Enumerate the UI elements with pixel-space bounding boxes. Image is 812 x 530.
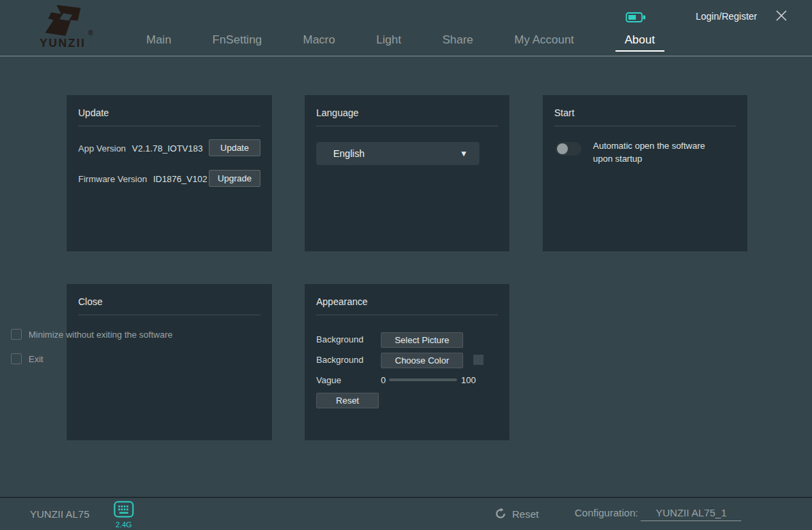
refresh-icon: [494, 508, 507, 520]
window-close-icon[interactable]: [775, 9, 790, 24]
start-card: Start Automatic open the software upon s…: [543, 95, 747, 251]
firmware-version-label: Firmware Version: [78, 174, 147, 184]
registered-mark: ®: [88, 30, 94, 37]
vague-label: Vague: [316, 375, 341, 385]
vague-max-value: 100: [461, 375, 476, 385]
app-version-label: App Version: [78, 143, 126, 154]
divider: [78, 315, 260, 315]
exit-checkbox[interactable]: [11, 353, 22, 364]
choose-color-button[interactable]: Choose Color: [381, 353, 463, 368]
tab-fnsetting[interactable]: FnSetting: [212, 33, 262, 56]
tab-my-account[interactable]: My Account: [514, 33, 574, 56]
connection-indicator[interactable]: 2.4G: [112, 501, 135, 529]
vague-min-value: 0: [381, 375, 386, 385]
autostart-toggle[interactable]: [556, 142, 581, 156]
background-color-swatch[interactable]: [473, 355, 484, 365]
toggle-knob: [557, 143, 568, 154]
tab-light[interactable]: Light: [376, 33, 401, 56]
close-card-title: Close: [67, 284, 272, 307]
language-selected-value: English: [333, 148, 365, 159]
minimize-checkbox[interactable]: [11, 329, 22, 340]
appearance-card-title: Appearance: [305, 284, 509, 307]
tab-macro[interactable]: Macro: [303, 33, 335, 56]
update-card: Update App Version V2.1.78_IOTV183 Updat…: [67, 95, 272, 251]
brand-wordmark: YUNZII ®: [39, 37, 86, 49]
configuration: Configuration: YUNZII AL75_1: [575, 507, 741, 521]
appearance-reset-button[interactable]: Reset: [316, 393, 379, 408]
yunzii-logo: YUNZII ®: [27, 2, 98, 50]
close-card: Close: [67, 284, 272, 440]
tab-share[interactable]: Share: [442, 33, 473, 56]
upgrade-button[interactable]: Upgrade: [209, 170, 260, 187]
configuration-label: Configuration:: [575, 507, 638, 518]
language-select[interactable]: English ▼: [316, 142, 479, 165]
vague-slider[interactable]: [389, 378, 457, 381]
background-picture-label: Background: [316, 334, 363, 344]
header: YUNZII ® Main FnSetting Macro Light Shar…: [0, 0, 812, 56]
language-card-title: Language: [305, 95, 509, 118]
connection-mode-label: 2.4G: [112, 520, 135, 529]
start-card-title: Start: [543, 95, 747, 118]
yunzii-logo-icon: [39, 3, 86, 37]
app-version-row: App Version V2.1.78_IOTV183 Update: [78, 139, 260, 157]
minimize-option-label: Minimize without exiting the software: [29, 330, 173, 340]
chevron-down-icon: ▼: [460, 149, 468, 158]
select-picture-button[interactable]: Select Picture: [381, 332, 463, 348]
exit-option-label: Exit: [29, 354, 44, 364]
background-color-label: Background: [316, 355, 363, 365]
divider: [316, 315, 498, 315]
exit-option-row: Exit: [11, 353, 44, 364]
firmware-version-value: ID1876_V102: [153, 174, 207, 184]
minimize-option-row: Minimize without exiting the software: [11, 329, 173, 340]
footer: YUNZII AL75 2.4G Reset Configuration: YU…: [0, 497, 812, 530]
divider: [78, 126, 260, 126]
language-card: Language English ▼: [305, 95, 509, 251]
tab-about[interactable]: About: [615, 33, 664, 52]
footer-reset-label: Reset: [512, 508, 539, 520]
appearance-card: Appearance Background Select Picture Bac…: [305, 284, 509, 440]
device-name: YUNZII AL75: [30, 508, 90, 520]
divider: [316, 126, 498, 126]
footer-reset[interactable]: Reset: [494, 508, 539, 520]
battery-icon: [626, 12, 646, 25]
keyboard-icon: [114, 501, 134, 518]
login-register-link[interactable]: Login/Register: [696, 11, 757, 22]
tab-main[interactable]: Main: [146, 33, 171, 56]
update-card-title: Update: [67, 95, 272, 118]
configuration-value[interactable]: YUNZII AL75_1: [641, 507, 741, 521]
firmware-version-row: Firmware Version ID1876_V102 Upgrade: [78, 170, 260, 188]
update-button[interactable]: Update: [209, 139, 260, 156]
app-version-value: V2.1.78_IOTV183: [132, 143, 203, 154]
autostart-label: Automatic open the software upon startup: [593, 140, 722, 166]
main-nav: Main FnSetting Macro Light Share My Acco…: [146, 33, 664, 56]
divider: [554, 126, 736, 126]
